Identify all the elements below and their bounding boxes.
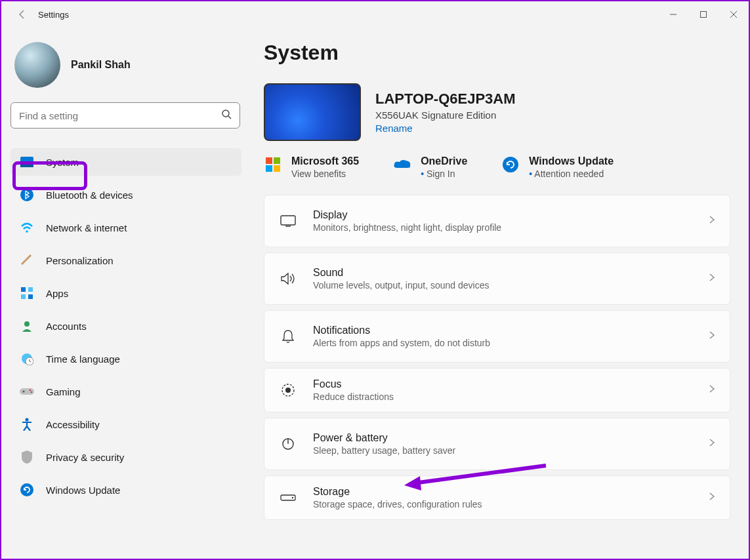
nav-label: Time & language bbox=[46, 353, 120, 365]
card-title: Power & battery bbox=[313, 432, 693, 444]
bell-icon bbox=[279, 327, 297, 346]
svg-rect-21 bbox=[266, 157, 272, 164]
update-icon bbox=[20, 483, 34, 497]
close-button[interactable] bbox=[719, 1, 749, 28]
nav-label: Accounts bbox=[46, 321, 87, 332]
svg-point-12 bbox=[24, 321, 30, 327]
search-box[interactable] bbox=[10, 102, 240, 129]
nav: System Bluetooth & devices Network & int… bbox=[10, 148, 241, 509]
globe-clock-icon bbox=[20, 351, 34, 366]
svg-point-18 bbox=[31, 391, 32, 393]
quick-sub: Attention needed bbox=[529, 169, 614, 179]
svg-rect-1 bbox=[701, 12, 707, 18]
card-sub: Monitors, brightness, night light, displ… bbox=[313, 222, 693, 233]
microsoft-365-icon bbox=[264, 155, 282, 174]
svg-rect-10 bbox=[21, 294, 26, 299]
quick-item-onedrive[interactable]: OneDrive Sign In bbox=[393, 155, 467, 179]
nav-label: Accessibility bbox=[46, 419, 100, 430]
quick-sub: Sign In bbox=[421, 169, 467, 179]
nav-label: Personalization bbox=[46, 255, 114, 266]
svg-point-20 bbox=[20, 483, 33, 496]
card-sub: Volume levels, output, input, sound devi… bbox=[313, 280, 693, 290]
windows-update-icon bbox=[501, 155, 520, 174]
quick-title: Microsoft 365 bbox=[291, 155, 359, 167]
nav-label: Apps bbox=[46, 288, 68, 299]
nav-item-system[interactable]: System bbox=[10, 148, 241, 176]
nav-item-personalization[interactable]: Personalization bbox=[10, 247, 241, 274]
wallpaper-thumbnail[interactable] bbox=[264, 83, 361, 141]
card-display[interactable]: Display Monitors, brightness, night ligh… bbox=[264, 195, 730, 247]
app-title: Settings bbox=[38, 10, 69, 20]
main-content: System LAPTOP-Q6EJP3AM X556UAK Signature… bbox=[251, 28, 749, 559]
nav-label: Bluetooth & devices bbox=[46, 190, 133, 201]
nav-item-privacy[interactable]: Privacy & security bbox=[10, 443, 241, 471]
device-name: LAPTOP-Q6EJP3AM bbox=[375, 90, 516, 108]
sound-icon bbox=[279, 270, 297, 288]
chevron-right-icon bbox=[709, 384, 715, 396]
search-input[interactable] bbox=[19, 110, 221, 121]
svg-rect-26 bbox=[281, 216, 295, 225]
focus-icon bbox=[279, 381, 297, 399]
nav-item-gaming[interactable]: Gaming bbox=[10, 378, 241, 405]
onedrive-icon bbox=[393, 155, 411, 174]
titlebar: Settings bbox=[1, 1, 749, 28]
svg-rect-24 bbox=[274, 165, 280, 172]
device-model: X556UAK Signature Edition bbox=[375, 110, 516, 121]
card-sub: Storage space, drives, configuration rul… bbox=[313, 499, 693, 510]
nav-label: Privacy & security bbox=[46, 452, 124, 463]
svg-rect-11 bbox=[28, 294, 33, 299]
chevron-right-icon bbox=[709, 492, 715, 504]
wifi-icon bbox=[20, 220, 34, 235]
avatar bbox=[14, 42, 60, 88]
minimize-button[interactable] bbox=[658, 1, 688, 28]
nav-item-accessibility[interactable]: Accessibility bbox=[10, 410, 241, 438]
card-sound[interactable]: Sound Volume levels, output, input, soun… bbox=[264, 252, 730, 305]
card-notifications[interactable]: Notifications Alerts from apps and syste… bbox=[264, 310, 730, 363]
quick-item-m365[interactable]: Microsoft 365 View benefits bbox=[264, 155, 359, 179]
svg-point-16 bbox=[23, 391, 25, 393]
svg-rect-8 bbox=[21, 287, 26, 292]
card-power[interactable]: Power & battery Sleep, battery usage, ba… bbox=[264, 418, 730, 470]
nav-label: System bbox=[46, 157, 79, 168]
nav-item-time[interactable]: Time & language bbox=[10, 345, 241, 372]
nav-item-bluetooth[interactable]: Bluetooth & devices bbox=[10, 181, 241, 209]
sidebar: Pankil Shah System Bluetooth & devices N… bbox=[1, 28, 251, 559]
nav-item-update[interactable]: Windows Update bbox=[10, 476, 241, 504]
chevron-right-icon bbox=[709, 273, 715, 285]
quick-item-update[interactable]: Windows Update Attention needed bbox=[501, 155, 614, 179]
shield-icon bbox=[20, 450, 34, 464]
power-icon bbox=[279, 435, 297, 453]
quick-status-row: Microsoft 365 View benefits OneDrive Sig… bbox=[264, 155, 730, 179]
storage-icon bbox=[279, 489, 297, 507]
card-title: Notifications bbox=[313, 325, 693, 336]
svg-point-2 bbox=[222, 110, 229, 117]
card-storage[interactable]: Storage Storage space, drives, configura… bbox=[264, 475, 730, 520]
quick-title: OneDrive bbox=[421, 155, 467, 167]
nav-item-apps[interactable]: Apps bbox=[10, 279, 241, 307]
device-block: LAPTOP-Q6EJP3AM X556UAK Signature Editio… bbox=[264, 83, 730, 141]
page-title: System bbox=[264, 41, 730, 65]
svg-point-25 bbox=[503, 157, 518, 172]
card-title: Focus bbox=[313, 378, 693, 390]
svg-point-17 bbox=[30, 390, 31, 391]
svg-point-19 bbox=[26, 418, 29, 422]
person-icon bbox=[20, 319, 34, 333]
card-focus[interactable]: Focus Reduce distractions bbox=[264, 368, 730, 412]
rename-link[interactable]: Rename bbox=[375, 123, 516, 134]
apps-icon bbox=[20, 286, 34, 300]
profile-block[interactable]: Pankil Shah bbox=[10, 35, 241, 102]
nav-item-network[interactable]: Network & internet bbox=[10, 214, 241, 241]
svg-rect-9 bbox=[28, 287, 33, 292]
card-sub: Sleep, battery usage, battery saver bbox=[313, 445, 693, 456]
chevron-right-icon bbox=[709, 438, 715, 450]
svg-point-33 bbox=[292, 497, 293, 498]
svg-rect-5 bbox=[20, 165, 33, 167]
card-title: Display bbox=[313, 209, 693, 221]
settings-cards: Display Monitors, brightness, night ligh… bbox=[264, 195, 730, 520]
nav-item-accounts[interactable]: Accounts bbox=[10, 312, 241, 340]
card-title: Storage bbox=[313, 486, 693, 498]
system-icon bbox=[20, 155, 34, 169]
maximize-button[interactable] bbox=[688, 1, 719, 28]
svg-rect-23 bbox=[266, 165, 272, 172]
back-button[interactable] bbox=[7, 1, 38, 28]
